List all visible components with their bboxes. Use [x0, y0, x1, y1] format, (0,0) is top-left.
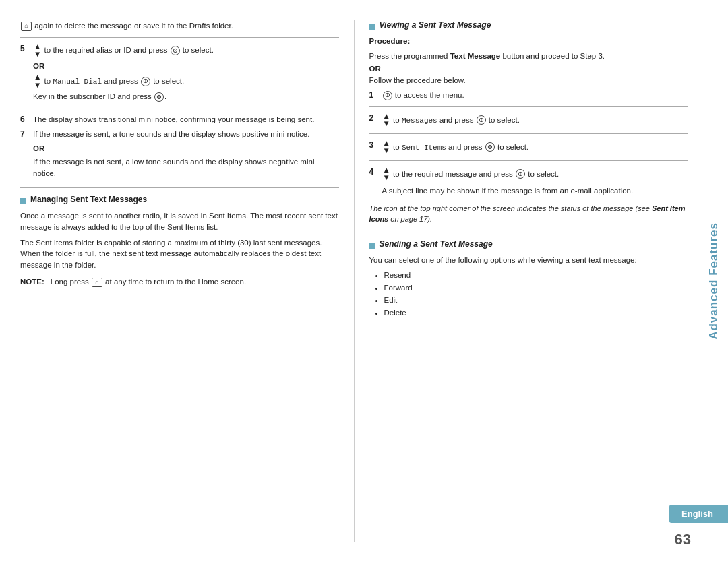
r-step-2: 2 ▲▼ to Messages and press ⊙ to select.	[369, 113, 688, 128]
divider-1	[20, 37, 339, 38]
home-icon-2: ⌂	[92, 278, 102, 287]
ok-icon-r2: ⊙	[477, 115, 486, 125]
viewing-header: Viewing a Sent Text Message	[369, 20, 688, 33]
home-icon: ⌂	[21, 22, 32, 31]
sending-header: Sending a Sent Text Message	[369, 239, 688, 252]
r-divider-2	[369, 133, 688, 134]
main-content: ⌂ again to delete the message or save it…	[0, 0, 700, 562]
r-arrows-2: ▲▼	[383, 113, 390, 128]
ok-circle-icon: ⊙	[171, 46, 180, 55]
italic-note: The icon at the top right corner of the …	[369, 204, 688, 225]
ok-icon-r4: ⊙	[516, 169, 525, 179]
arrows-up-down: ▲▼	[34, 43, 41, 59]
page-number: 63	[675, 531, 691, 549]
bullet-item: Resend	[384, 270, 688, 281]
ok-icon-r1: ⊙	[383, 91, 392, 100]
english-badge: English	[669, 505, 728, 523]
r-step-4: 4 ▲▼ to the required message and press ⊙…	[369, 166, 688, 200]
ok-circle-icon-3: ⊙	[154, 92, 164, 102]
section-icon-viewing	[369, 24, 375, 30]
bullet-item: Delete	[384, 307, 688, 319]
sending-bullets-list: ResendForwardEditDelete	[369, 270, 688, 319]
r-arrows-3: ▲▼	[383, 139, 390, 155]
arrows-up-down-2: ▲▼	[34, 73, 41, 89]
section-icon-managing	[20, 198, 26, 204]
right-column: Viewing a Sent Text Message Procedure: P…	[355, 20, 688, 542]
r-step-3: 3 ▲▼ to Sent Items and press ⊙ to select…	[369, 139, 688, 155]
ok-circle-icon-2: ⊙	[141, 77, 150, 86]
page-container: ⌂ again to delete the message or save it…	[0, 0, 728, 562]
r-divider-3	[369, 160, 688, 161]
note-block: NOTE: Long press ⌂ at any time to return…	[20, 278, 339, 287]
divider-2	[20, 108, 339, 108]
ok-icon-r3: ⊙	[485, 142, 495, 152]
top-note: ⌂ again to delete the message or save it…	[20, 20, 339, 32]
managing-header: Managing Sent Text Messages	[20, 195, 339, 208]
left-column: ⌂ again to delete the message or save it…	[20, 20, 355, 542]
section-icon-sending	[369, 243, 375, 249]
bullet-item: Edit	[384, 294, 688, 306]
r-arrows-4: ▲▼	[383, 166, 390, 182]
r-step-1: 1 ⊙ to access the menu.	[369, 90, 688, 101]
r-divider-1	[369, 106, 688, 107]
bullet-item: Forward	[384, 282, 688, 294]
step-5: 5 ▲▼ to the required alias or ID and pre…	[20, 43, 339, 102]
r-divider-4	[369, 232, 688, 232]
step-7: 7 If the message is sent, a tone sounds …	[20, 129, 339, 183]
divider-3	[20, 187, 339, 188]
step-6: 6 The display shows transitional mini no…	[20, 114, 339, 125]
sidebar-label: Advanced Features	[700, 0, 728, 562]
